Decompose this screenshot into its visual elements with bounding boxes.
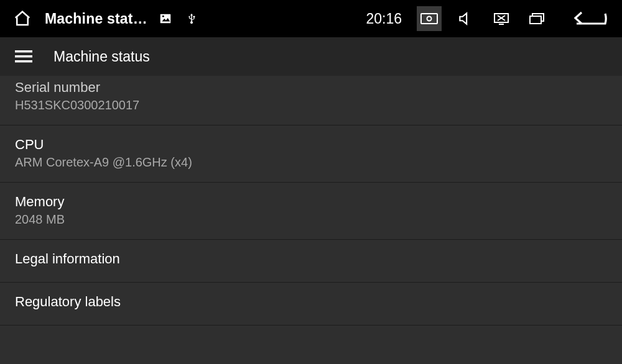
- list-item-legal-information[interactable]: Legal information: [0, 240, 622, 283]
- screenshot-icon[interactable]: [417, 6, 442, 31]
- svg-point-4: [427, 17, 432, 21]
- svg-rect-3: [421, 14, 437, 24]
- page-title: Machine status: [53, 48, 150, 65]
- system-status-bar: Machine stat… 20:16: [0, 0, 622, 37]
- list-item-title: Legal information: [15, 251, 607, 267]
- image-icon: [157, 11, 174, 27]
- list-item-title: Memory: [15, 194, 607, 210]
- svg-rect-12: [15, 60, 32, 63]
- status-bar-clock: 20:16: [366, 11, 402, 27]
- list-item-subtitle: ARM Coretex-A9 @1.6GHz (x4): [15, 155, 607, 170]
- status-bar-app-title: Machine stat…: [45, 11, 147, 27]
- hamburger-menu-icon[interactable]: [12, 45, 35, 68]
- list-item-memory[interactable]: Memory 2048 MB: [0, 183, 622, 240]
- display-off-icon[interactable]: [489, 6, 514, 31]
- status-bar-left: Machine stat…: [10, 6, 200, 31]
- svg-rect-0: [160, 14, 171, 24]
- list-item-subtitle: 2048 MB: [15, 212, 607, 227]
- usb-icon: [183, 11, 200, 27]
- list-item-title: CPU: [15, 137, 607, 153]
- svg-rect-9: [530, 16, 541, 24]
- svg-rect-11: [15, 55, 32, 58]
- svg-rect-10: [15, 50, 32, 53]
- list-item-title: Regulatory labels: [15, 294, 607, 310]
- list-item-subtitle: H531SKC0300210017: [15, 98, 607, 112]
- volume-icon[interactable]: [453, 6, 478, 31]
- app-bar: Machine status: [0, 37, 622, 76]
- list-item-title: Serial number: [15, 80, 607, 96]
- list-item-cpu[interactable]: CPU ARM Coretex-A9 @1.6GHz (x4): [0, 125, 622, 183]
- home-icon[interactable]: [10, 6, 35, 31]
- status-bar-right: 20:16: [366, 6, 612, 31]
- svg-point-2: [162, 16, 164, 17]
- back-icon[interactable]: [566, 6, 612, 31]
- list-item-regulatory-labels[interactable]: Regulatory labels: [0, 283, 622, 325]
- recent-apps-icon[interactable]: [525, 6, 550, 31]
- settings-list[interactable]: Serial number H531SKC0300210017 CPU ARM …: [0, 76, 622, 364]
- list-item-serial-number[interactable]: Serial number H531SKC0300210017: [0, 76, 622, 125]
